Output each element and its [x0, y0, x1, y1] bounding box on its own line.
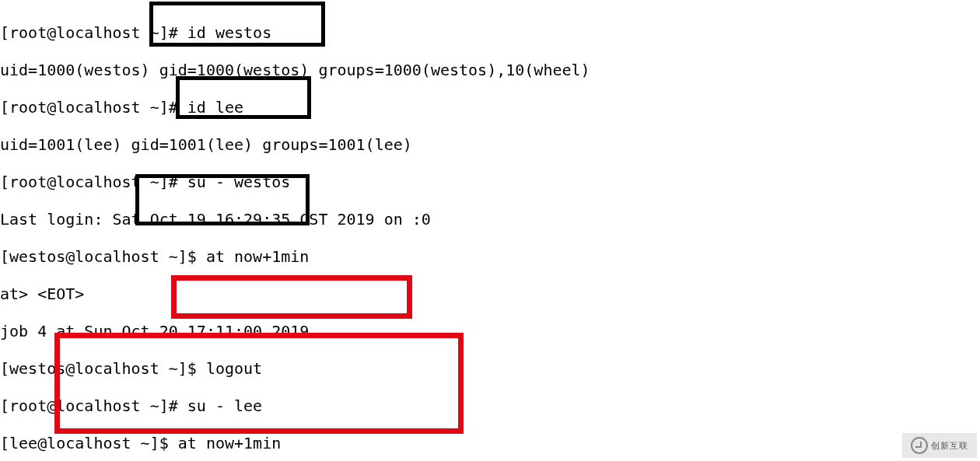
terminal-line: at> <EOT> — [0, 285, 590, 303]
terminal-line: job 4 at Sun Oct 20 17:11:00 2019 — [0, 322, 590, 341]
terminal-line: Last login: Sat Oct 19 16:29:35 CST 2019… — [0, 210, 590, 229]
terminal-line: [root@localhost ~]# su - westos — [0, 173, 590, 191]
terminal-line: [root@localhost ~]# su - lee — [0, 396, 590, 415]
watermark-text: 创新互联 — [931, 436, 968, 455]
watermark: 创新互联 — [902, 433, 977, 458]
terminal-line: [westos@localhost ~]$ logout — [0, 359, 590, 378]
terminal-line: uid=1000(westos) gid=1000(westos) groups… — [0, 61, 590, 79]
terminal-line: [root@localhost ~]# id lee — [0, 98, 590, 117]
terminal-line: [lee@localhost ~]$ at now+1min — [0, 434, 590, 452]
terminal-output: [root@localhost ~]# id westos uid=1000(w… — [0, 5, 590, 461]
terminal-line: [westos@localhost ~]$ at now+1min — [0, 247, 590, 266]
terminal-line: uid=1001(lee) gid=1001(lee) groups=1001(… — [0, 135, 590, 154]
terminal-line: [root@localhost ~]# id westos — [0, 23, 590, 42]
watermark-logo-icon — [911, 437, 928, 454]
